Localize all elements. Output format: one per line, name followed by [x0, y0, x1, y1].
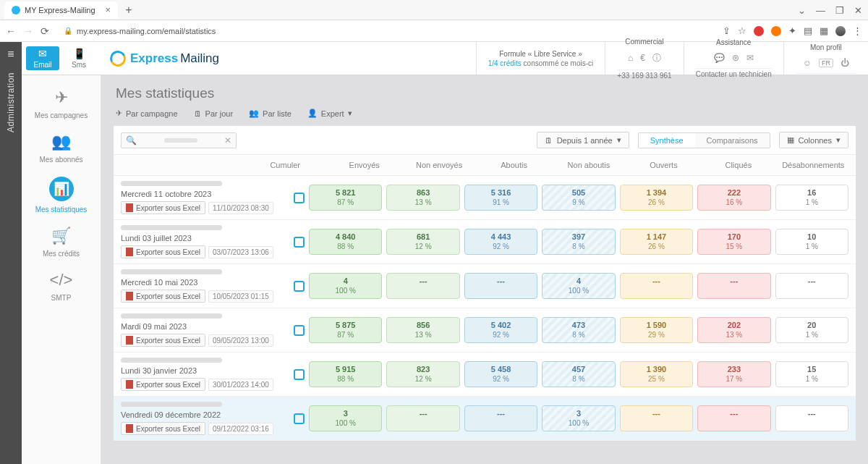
table-row[interactable]: Lundi 30 janvier 2023 Exporter sous Exce… [114, 353, 856, 397]
url-field[interactable]: 🔒 my.express-mailing.com/email/statistic… [56, 25, 223, 37]
table-body: Mercredi 11 octobre 2023 Exporter sous E… [114, 176, 856, 441]
hamburger-icon[interactable]: ≡ [7, 48, 14, 61]
chevron-down-icon[interactable]: ⌄ [798, 5, 806, 16]
stat-non_envoyes: 82312 % [386, 361, 459, 387]
export-excel-button[interactable]: Exporter sous Excel [121, 245, 205, 258]
logo-text-1: Express [130, 51, 178, 66]
forward-icon[interactable]: → [23, 25, 33, 37]
credits-count[interactable]: 1/4 crédits [488, 59, 522, 67]
stat-ouverts: --- [620, 273, 693, 299]
extension-icon[interactable] [771, 26, 781, 36]
stat-cliques: 23317 % [697, 361, 770, 387]
extensions-icon[interactable]: ✦ [788, 25, 796, 36]
tab-synthese[interactable]: Synthèse [639, 133, 695, 148]
cumuler-checkbox[interactable] [294, 193, 305, 203]
sidebar-label: Mes statistiques [35, 206, 88, 214]
help-icon[interactable]: ⊛ [732, 53, 739, 63]
cumuler-checkbox[interactable] [294, 413, 305, 424]
header-aboutis: Aboutis [479, 161, 549, 169]
cumuler-checkbox[interactable] [294, 237, 305, 248]
export-excel-button[interactable]: Exporter sous Excel [121, 201, 205, 214]
sidebar-item-statistiques[interactable]: 📊 Mes statistiques [22, 174, 101, 216]
filter-par-liste[interactable]: 👥Par liste [249, 109, 292, 118]
share-icon[interactable]: ⇪ [723, 25, 731, 36]
star-icon[interactable]: ☆ [738, 25, 746, 36]
admin-label: Administration [6, 72, 16, 132]
back-icon[interactable]: ← [6, 25, 16, 37]
phone-icon: 📱 [73, 48, 85, 59]
cumuler-checkbox[interactable] [294, 281, 305, 292]
search-input[interactable]: 🔍 ✕ [121, 132, 237, 148]
channel-email[interactable]: ✉ Email [26, 46, 59, 70]
channel-sms[interactable]: 📱 Sms [62, 46, 95, 70]
mail-icon[interactable]: ✉ [746, 53, 754, 63]
reader-icon[interactable]: ▤ [804, 25, 812, 36]
date-range-select[interactable]: 🗓 Depuis 1 année ▾ [537, 132, 629, 148]
sidebar: ✈ Mes campagnes 👥 Mes abonnés 📊 Mes stat… [22, 75, 101, 464]
stat-non_aboutis: 4578 % [542, 361, 615, 387]
reload-icon[interactable]: ⟳ [41, 25, 49, 37]
user-icon[interactable]: ☺ [803, 58, 812, 68]
table-row[interactable]: Mardi 09 mai 2023 Exporter sous Excel 09… [114, 308, 856, 353]
close-icon[interactable]: × [106, 4, 111, 15]
minimize-icon[interactable]: — [816, 5, 825, 16]
avatar-icon[interactable] [835, 26, 846, 36]
table-row[interactable]: Vendredi 09 décembre 2022 Exporter sous … [114, 397, 856, 441]
tab-comparaisons[interactable]: Comparaisons [695, 133, 770, 148]
export-excel-button[interactable]: Exporter sous Excel [121, 378, 205, 391]
export-excel-button[interactable]: Exporter sous Excel [121, 422, 205, 435]
table-header: Cumuler Envoyés Non envoyés Aboutis Non … [114, 155, 856, 176]
filter-expert[interactable]: 👤Expert ▾ [307, 109, 352, 118]
cumuler-checkbox[interactable] [294, 325, 305, 336]
row-timestamp: 10/05/2023 01:15 [208, 290, 273, 303]
sidebar-item-credits[interactable]: 🛒 Mes crédits [22, 224, 101, 261]
cart-icon: 🛒 [51, 227, 71, 245]
view-tabs: Synthèse Comparaisons [638, 132, 770, 148]
new-tab-button[interactable]: + [125, 4, 132, 17]
maximize-icon[interactable]: ❐ [835, 5, 844, 16]
brand-logo[interactable]: Express Mailing [110, 42, 219, 75]
browser-tab[interactable]: MY Express-Mailing × [4, 1, 118, 19]
sidebar-item-abonnes[interactable]: 👥 Mes abonnés [22, 130, 101, 166]
excel-icon [126, 380, 133, 389]
campaign-name-blur [121, 358, 222, 363]
table-row[interactable]: Mercredi 10 mai 2023 Exporter sous Excel… [114, 264, 856, 308]
lang-badge[interactable]: FR [819, 59, 833, 67]
export-excel-button[interactable]: Exporter sous Excel [121, 290, 205, 303]
window-close-icon[interactable]: ✕ [854, 5, 862, 16]
user-icon: 👤 [307, 109, 318, 118]
chat-icon[interactable]: 💬 [714, 53, 725, 63]
row-timestamp: 09/12/2022 03:16 [208, 423, 273, 435]
row-timestamp: 09/05/2023 13:00 [208, 334, 273, 347]
columns-button[interactable]: ▦ Colonnes ▾ [779, 132, 848, 148]
logo-mark-icon [108, 48, 128, 68]
calendar-icon: 🗓 [545, 136, 553, 145]
export-excel-button[interactable]: Exporter sous Excel [121, 334, 205, 347]
stat-non_aboutis: 4738 % [542, 317, 615, 343]
table-row[interactable]: Lundi 03 juillet 2023 Exporter sous Exce… [114, 220, 856, 264]
logo-text-2: Mailing [180, 51, 219, 66]
filter-par-jour[interactable]: 🗓Par jour [194, 109, 234, 118]
filter-par-campagne[interactable]: ✈Par campagne [116, 109, 178, 118]
table-row[interactable]: Mercredi 11 octobre 2023 Exporter sous E… [114, 176, 856, 220]
home-icon[interactable]: ⌂ [628, 53, 633, 63]
chevron-down-icon: ▾ [836, 135, 841, 145]
stat-desabo: --- [775, 405, 848, 431]
power-icon[interactable]: ⏻ [841, 58, 849, 68]
channel-sms-label: Sms [72, 61, 86, 69]
sidebar-item-smtp[interactable]: </> SMTP [22, 268, 101, 305]
filter-bar: ✈Par campagne 🗓Par jour 👥Par liste 👤Expe… [116, 109, 854, 118]
stat-non_envoyes: --- [386, 273, 459, 299]
euro-icon[interactable]: € [640, 53, 645, 63]
sidebar-item-campagnes[interactable]: ✈ Mes campagnes [22, 85, 101, 122]
profil-title: Mon profil [796, 43, 856, 51]
clear-icon[interactable]: ✕ [224, 135, 231, 145]
apps-icon[interactable]: ▦ [820, 25, 828, 36]
row-date: Lundi 30 janvier 2023 [121, 366, 289, 375]
cumuler-checkbox[interactable] [294, 369, 305, 380]
extension-icon[interactable] [754, 26, 764, 36]
tab-title: MY Express-Mailing [25, 6, 95, 14]
info-icon[interactable]: ⓘ [652, 52, 661, 64]
admin-rail[interactable]: ≡ Administration [0, 42, 22, 464]
menu-icon[interactable]: ⋮ [853, 25, 862, 36]
